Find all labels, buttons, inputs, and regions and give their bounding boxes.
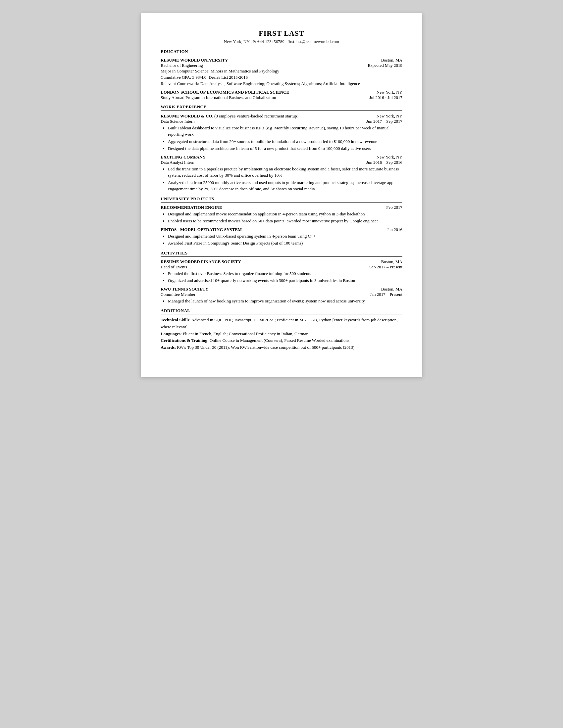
finance-society-role: Head of Events [161,264,187,270]
additional-text-0: : Advanced in SQL, PHP, Javascript, HTML… [161,317,398,329]
additional-text-2: : Online Course in Management (Coursera)… [207,338,350,343]
bullet-item: Organized and advertised 10+ quarterly n… [168,277,402,284]
bullet-item: Built Tableau dashboard to visualize cor… [168,125,402,138]
additional-line-0: Technical Skills: Advanced in SQL, PHP, … [161,317,402,331]
tennis-society-bullets: Managed the launch of new booking system… [168,298,402,304]
bullet-item: Managed the launch of new booking system… [168,298,402,304]
resume-page: FIRST LAST New York, NY | P: +44 1234567… [141,13,422,377]
activities-title: ACTIVITIES [161,250,402,257]
rec-engine-name: RECOMMENDATION ENGINE [161,205,222,210]
additional-section: ADDITIONAL Technical Skills: Advanced in… [161,308,402,351]
bullet-item: Designed and implemented movie recommend… [168,211,402,217]
rw-co-bullets: Built Tableau dashboard to visualize cor… [168,125,402,152]
university-projects-title: UNIVERSITY PROJECTS [161,196,402,203]
bullet-item: Founded the first ever Business Series t… [168,270,402,277]
additional-line-3: Awards: RW's Top 30 Under 30 (2011); Won… [161,344,402,351]
rw-university-detail-2: Cumulative GPA: 3.93/4.0; Dean's List 20… [161,74,402,81]
rw-co-date: Jun 2017 – Sep 2017 [366,119,402,124]
rec-engine-date: Feb 2017 [386,205,402,210]
rw-co-location: New York, NY [377,114,402,119]
bullet-item: Awarded First Prize in Computing's Senio… [168,240,402,247]
tennis-society-location: Boston, MA [381,287,402,292]
bullet-item: Designed the data pipeline architecture … [168,145,402,152]
additional-line-1: Languages: Fluent in French, English; Co… [161,331,402,338]
additional-label-2: Certifications & Training [161,338,207,343]
exciting-company-bullets: Led the transition to a paperless practi… [168,166,402,192]
bullet-item: Designed and implemented Unix-based oper… [168,233,402,240]
rw-university-name: RESUME WORDED UNIVERSITY [161,58,228,63]
rw-co-role: Data Science Intern [161,119,195,124]
additional-label-0: Technical Skills [161,317,189,322]
entry-finance-society: RESUME WORDED FINANCE SOCIETY Boston, MA… [161,259,402,284]
entry-exciting-company: EXCITING COMPANY New York, NY Data Analy… [161,155,402,192]
activities-section: ACTIVITIES RESUME WORDED FINANCE SOCIETY… [161,250,402,304]
tennis-society-role: Committee Member [161,292,195,297]
exciting-company-role: Data Analyst Intern [161,160,194,165]
entry-pintos: PINTOS - MODEL OPERATING SYSTEM Jan 2016… [161,227,402,247]
bullet-item: Aggregated unstructured data from 20+ so… [168,138,402,145]
candidate-name: FIRST LAST [161,29,402,38]
contact-info: New York, NY | P: +44 123456789 | first.… [161,39,402,44]
header: FIRST LAST New York, NY | P: +44 1234567… [161,29,402,44]
university-projects-section: UNIVERSITY PROJECTS RECOMMENDATION ENGIN… [161,196,402,247]
pintos-date: Jan 2016 [387,227,402,232]
rw-university-role: Bachelor of Engineering [161,63,203,68]
additional-title: ADDITIONAL [161,308,402,314]
education-title: EDUCATION [161,49,402,55]
exciting-company-location: New York, NY [377,155,402,160]
bullet-item: Led the transition to a paperless practi… [168,166,402,179]
rw-university-detail-1: Major in Computer Science; Minors in Mat… [161,68,402,74]
bullet-item: Enabled users to be recommended movies b… [168,218,402,224]
rw-university-date: Expected May 2019 [368,63,402,68]
additional-text-3: : RW's Top 30 Under 30 (2011); Won RW's … [174,345,354,350]
work-experience-section: WORK EXPERIENCE RESUME WORDED & CO. (8 e… [161,104,402,192]
pintos-name: PINTOS - MODEL OPERATING SYSTEM [161,227,242,232]
entry-rw-university: RESUME WORDED UNIVERSITY Boston, MA Bach… [161,58,402,87]
rec-engine-bullets: Designed and implemented movie recommend… [168,211,402,224]
bullet-item: Analyzed data from 25000 monthly active … [168,179,402,192]
finance-society-bullets: Founded the first ever Business Series t… [168,270,402,284]
rw-co-name: RESUME WORDED & CO. (8 employee venture-… [161,113,299,119]
additional-label-3: Awards [161,345,174,350]
entry-london-school: LONDON SCHOOL OF ECONOMICS AND POLITICAL… [161,90,402,100]
rw-university-detail-3: Relevant Coursework: Data Analysis, Soft… [161,81,402,87]
rw-university-location: Boston, MA [381,58,402,63]
entry-tennis-society: RWU TENNIS SOCIETY Boston, MA Committee … [161,287,402,304]
work-experience-title: WORK EXPERIENCE [161,104,402,111]
london-school-location: New York, NY [377,90,402,95]
london-school-name: LONDON SCHOOL OF ECONOMICS AND POLITICAL… [161,90,289,95]
entry-recommendation-engine: RECOMMENDATION ENGINE Feb 2017 Designed … [161,205,402,224]
finance-society-location: Boston, MA [381,259,402,264]
additional-text-1: : Fluent in French, English; Conversatio… [180,331,308,336]
education-section: EDUCATION RESUME WORDED UNIVERSITY Bosto… [161,49,402,100]
additional-lines: Technical Skills: Advanced in SQL, PHP, … [161,317,402,351]
finance-society-date: Sep 2017 – Present [369,264,402,270]
exciting-company-date: Jun 2016 – Sep 2016 [366,160,402,165]
exciting-company-name: EXCITING COMPANY [161,155,206,160]
london-school-role: Study Abroad Program in International Bu… [161,95,276,100]
tennis-society-date: Jan 2017 – Present [370,292,402,297]
london-school-date: Jul 2016 - Jul 2017 [369,95,402,100]
pintos-bullets: Designed and implemented Unix-based oper… [168,233,402,247]
finance-society-name: RESUME WORDED FINANCE SOCIETY [161,259,241,264]
additional-line-2: Certifications & Training: Online Course… [161,337,402,344]
tennis-society-name: RWU TENNIS SOCIETY [161,287,209,292]
additional-label-1: Languages [161,331,180,336]
entry-rw-co: RESUME WORDED & CO. (8 employee venture-… [161,113,402,152]
